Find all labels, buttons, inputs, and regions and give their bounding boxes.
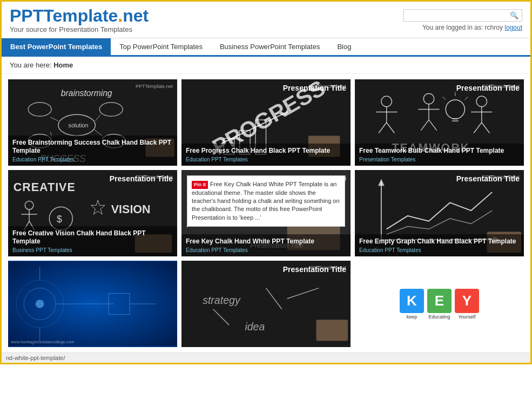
key-label-yourself: Yourself: [455, 314, 479, 320]
key-labels: keep Educating Yourself: [400, 314, 479, 320]
card-3-title: Free Teamwork Bulb Chalk Hand PPT Templa…: [359, 147, 520, 155]
card-6-overlay: Free Empty Graph Chalk Hand Black PPT Te…: [355, 234, 524, 256]
svg-text:idea: idea: [245, 321, 265, 332]
nav-item-blog[interactable]: Blog: [328, 38, 360, 55]
card-3-subtitle: Presentation Templates: [359, 157, 520, 162]
card-6[interactable]: Free Empty Graph Chalk Hand Black PPT Te…: [355, 170, 524, 256]
nav-item-top[interactable]: Top PowerPoint Templates: [111, 38, 211, 55]
logo-dot: .: [118, 6, 123, 25]
key-card-content: K E Y keep Educating Yourself: [355, 261, 524, 347]
logo-area: PPTTemplate.net Your source for Presenta…: [10, 7, 149, 33]
nav: Best PowerPoint Templates Top PowerPoint…: [2, 38, 530, 57]
card-3[interactable]: TEAMWORK Free Teamwork Bulb Chalk Hand P…: [355, 79, 524, 166]
card-5-subtitle: Education PPT Templates: [186, 247, 346, 253]
key-tiles: K E Y: [400, 289, 479, 313]
logo-tagline: Your source for Presentation Templates: [10, 25, 149, 33]
card-7[interactable]: www.heritagechristiancollege.com: [8, 261, 177, 347]
card-6-title: Free Empty Graph Chalk Hand Black PPT Te…: [359, 237, 520, 246]
logo-ppt: PPT: [10, 6, 43, 25]
svg-text:CREATIVE: CREATIVE: [14, 181, 76, 194]
pin-it-badge: Pin It: [192, 181, 208, 189]
breadcrumb: You are here: Home: [2, 57, 530, 74]
card-3-overlay: Free Teamwork Bulb Chalk Hand PPT Templa…: [355, 144, 524, 166]
logo-text: PPTTemplate.net: [10, 7, 149, 24]
card-2-overlay: Free Progress Chalk Hand Black PPT Templ…: [181, 144, 351, 166]
card-3-watermark: PPTTemplate.net: [482, 84, 520, 89]
key-label-keep: keep: [400, 314, 424, 320]
logo-template: Template.net: [43, 6, 149, 25]
key-tile-k: K: [400, 289, 424, 313]
card-grid: brainstorming solution SUCCESS Free Brai…: [2, 74, 530, 352]
card-4-overlay: Free Creative Vision Chalk Hand Black PP…: [8, 226, 177, 256]
svg-text:strategy: strategy: [203, 294, 241, 306]
nav-item-business[interactable]: Business PowerPoint Templates: [211, 38, 328, 55]
svg-text:brainstorming: brainstorming: [61, 89, 112, 98]
search-box[interactable]: 🔍: [403, 9, 522, 22]
card-5-popup: Pin ItFree Key Chalk Hand White PPT Temp…: [187, 175, 345, 227]
card-2-title: Free Progress Chalk Hand Black PPT Templ…: [186, 147, 346, 155]
card-2-watermark: PPTTemplate.net: [309, 84, 346, 89]
card-2-subtitle: Education PPT Templates: [186, 157, 346, 162]
card-1-subtitle: Education PPT Templates: [12, 157, 173, 162]
login-info: You are logged in as: rchroy logout: [422, 24, 522, 31]
card-6-watermark: PPTTemplate.net: [482, 174, 520, 180]
header: PPTTemplate.net Your source for Presenta…: [2, 2, 530, 38]
card-4[interactable]: CREATIVE VISION $ Free Creative Vision C…: [8, 170, 177, 256]
card-5-overlay: Free Key Chalk Hand White PPT Template E…: [181, 234, 351, 256]
svg-text:$: $: [57, 214, 62, 225]
card-8-watermark: PPTTemplate.net: [309, 265, 346, 270]
key-tile-y: Y: [455, 289, 479, 313]
bottom-bar: nd-white-ppt-template/: [2, 352, 530, 363]
card-4-watermark: PPTTemplate.net: [136, 174, 173, 180]
svg-text:www.heritagechristiancollege.c: www.heritagechristiancollege.com: [10, 340, 75, 344]
header-right: 🔍 You are logged in as: rchroy logout: [403, 9, 522, 31]
svg-point-75: [36, 300, 44, 308]
card-9[interactable]: K E Y keep Educating Yourself: [355, 261, 524, 347]
card-1-watermark: PPTTemplate.net: [136, 84, 173, 89]
search-icon[interactable]: 🔍: [510, 11, 518, 19]
svg-text:VISION: VISION: [111, 203, 151, 216]
logout-link[interactable]: logout: [504, 24, 522, 31]
card-8[interactable]: strategy idea Presentation Title PPTTemp…: [181, 261, 351, 347]
card-2[interactable]: PROGRESS Free Progress Chalk Hand Black …: [181, 79, 351, 166]
key-tile-e: E: [427, 289, 452, 313]
card-5-title: Free Key Chalk Hand White PPT Template: [186, 237, 346, 246]
svg-text:solution: solution: [69, 122, 89, 128]
card-1-title: Free Brainstorming Success Chalk Hand Bl…: [12, 139, 173, 155]
nav-item-best[interactable]: Best PowerPoint Templates: [2, 38, 111, 55]
card-1[interactable]: brainstorming solution SUCCESS Free Brai…: [8, 79, 177, 166]
card-5[interactable]: yourself Presentation Title Pin ItFree K…: [181, 170, 351, 256]
card-6-subtitle: Education PPT Templates: [359, 247, 520, 253]
card-1-overlay: Free Brainstorming Success Chalk Hand Bl…: [8, 135, 177, 166]
card-4-subtitle: Business PPT Templates: [12, 247, 173, 253]
key-label-educating: Educating: [427, 314, 452, 320]
svg-rect-83: [316, 320, 348, 341]
search-input[interactable]: [407, 11, 510, 19]
card-4-title: Free Creative Vision Chalk Hand Black PP…: [12, 229, 173, 246]
